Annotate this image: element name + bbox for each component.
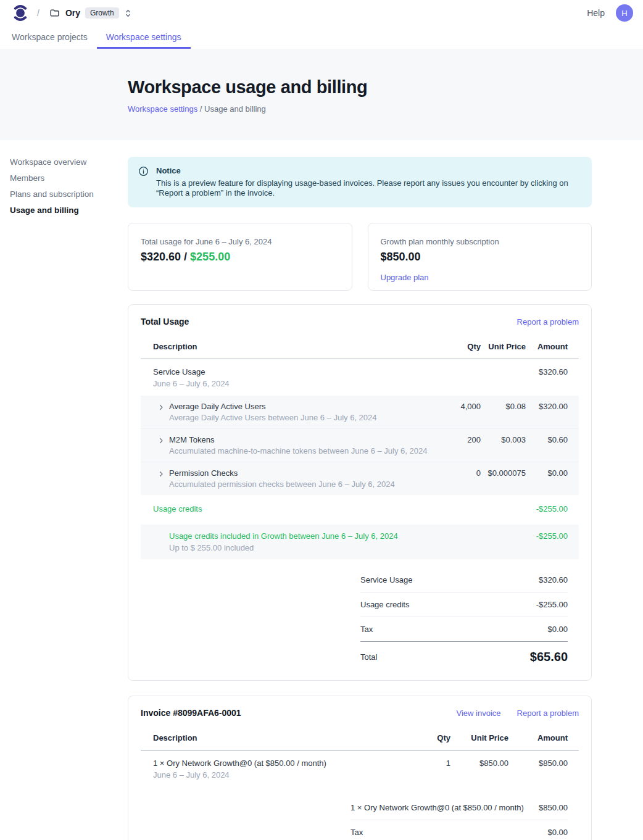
total-usage-card: Total usage for June 6 – July 6, 2024 $3…: [128, 223, 352, 291]
total-value: $65.60: [530, 650, 568, 664]
usage-table-header: Description Qty Unit Price Amount: [141, 337, 579, 359]
line-item-description: Average Daily Active Users between June …: [169, 413, 444, 422]
table-row-usage-credits: Usage credits -$255.00: [141, 495, 579, 522]
tab-workspace-projects[interactable]: Workspace projects: [2, 26, 97, 49]
view-invoice-link[interactable]: View invoice: [457, 709, 501, 718]
line-item-amount: $0.00: [526, 468, 568, 478]
chevron-right-icon[interactable]: [157, 436, 165, 445]
line-item-amount: $320.00: [526, 402, 568, 411]
upgrade-plan-link[interactable]: Upgrade plan: [381, 273, 429, 282]
usage-summary: Service Usage $320.60 Usage credits -$25…: [360, 568, 568, 664]
summary-value: $320.60: [539, 575, 568, 584]
sidebar-item-members[interactable]: Members: [10, 173, 128, 183]
table-row-invoice-line: 1 × Ory Network Growth@0 (at $850.00 / m…: [141, 751, 579, 787]
invoice-line-amount: $850.00: [508, 759, 568, 768]
sidebar-item-workspace-overview[interactable]: Workspace overview: [10, 157, 128, 167]
summary-label: Tax: [360, 625, 373, 634]
info-circle-icon: [138, 166, 149, 198]
line-item-name: M2M Tokens: [169, 435, 444, 444]
summary-label: Service Usage: [360, 575, 413, 584]
stat-cards: Total usage for June 6 – July 6, 2024 $3…: [128, 223, 592, 291]
credits-detail-description: Up to $ 255.00 included: [169, 543, 444, 552]
plan-badge: Growth: [85, 7, 119, 19]
invoice-line-qty: 1: [420, 759, 450, 768]
line-item-qty: 4,000: [444, 402, 481, 411]
total-usage-value: $320.60 / $255.00: [141, 251, 339, 264]
table-row-service-usage: Service Usage June 6 – July 6, 2024 $320…: [141, 359, 579, 396]
summary-row-usage-credits: Usage credits -$255.00: [360, 593, 568, 617]
table-row-m2m-tokens: M2M Tokens Accumulated machine-to-machin…: [141, 428, 579, 462]
summary-row-tax: Tax $0.00: [360, 617, 568, 642]
report-problem-link[interactable]: Report a problem: [517, 317, 579, 326]
report-problem-link[interactable]: Report a problem: [517, 709, 579, 718]
notice-title: Notice: [156, 166, 571, 175]
col-description: Description: [153, 342, 444, 351]
summary-row-service-usage: Service Usage $320.60: [360, 568, 568, 593]
line-item-description: Accumulated machine-to-machine tokens be…: [169, 446, 444, 455]
chevron-right-icon[interactable]: [157, 403, 165, 412]
line-item-description: Accumulated permission checks between Ju…: [169, 480, 444, 489]
col-qty: Qty: [444, 342, 481, 351]
breadcrumb: Workspace settings / Usage and billing: [128, 104, 643, 114]
help-link[interactable]: Help: [587, 8, 605, 18]
usage-table: Description Qty Unit Price Amount Servic…: [141, 337, 579, 559]
summary-value: -$255.00: [536, 600, 568, 609]
line-item-qty: 0: [444, 468, 481, 478]
table-row-average-daily-active-users: Average Daily Active Users Average Daily…: [141, 396, 579, 428]
invoice-table: Description Qty Unit Price Amount 1 × Or…: [141, 728, 579, 787]
col-amount: Amount: [508, 733, 568, 742]
top-bar: / Ory Growth Help H: [0, 0, 643, 26]
service-usage-period: June 6 – July 6, 2024: [153, 379, 444, 388]
sidebar-item-plans-and-subscription[interactable]: Plans and subscription: [10, 189, 128, 199]
line-item-qty: 200: [444, 435, 481, 444]
breadcrumb-separator: /: [200, 104, 202, 114]
invoice-panel: Invoice #8099AFA6-0001 View invoice Repo…: [128, 696, 592, 840]
settings-sidebar: Workspace overview Members Plans and sub…: [0, 140, 128, 222]
ory-logo-icon[interactable]: [12, 4, 28, 22]
notice-banner: Notice This is a preview feature for dis…: [128, 157, 592, 207]
chevron-right-icon[interactable]: [157, 470, 165, 478]
line-item-name: Average Daily Active Users: [169, 402, 444, 411]
invoice-line-unit-price: $850.00: [450, 759, 508, 768]
total-label: Total: [360, 652, 377, 662]
invoice-title: Invoice #8099AFA6-0001: [141, 708, 241, 718]
invoice-line-name: 1 × Ory Network Growth@0 (at $850.00 / m…: [153, 759, 420, 768]
service-usage-amount: $320.60: [526, 367, 568, 376]
usage-credit-amount: $255.00: [190, 251, 230, 263]
invoice-table-header: Description Qty Unit Price Amount: [141, 728, 579, 751]
credits-detail-amount: -$255.00: [526, 531, 568, 541]
notice-body: This is a preview feature for displaying…: [156, 178, 571, 198]
subscription-label: Growth plan monthly subscription: [381, 237, 579, 246]
breadcrumb-current: Usage and billing: [204, 104, 266, 114]
summary-label: 1 × Ory Network Growth@0 (at $850.00 / m…: [351, 803, 524, 812]
summary-value: $850.00: [539, 803, 568, 812]
summary-value: $0.00: [547, 828, 568, 837]
path-separator: /: [37, 8, 39, 18]
tab-workspace-settings[interactable]: Workspace settings: [97, 26, 191, 49]
workspace-selector[interactable]: Ory Growth: [49, 7, 132, 19]
summary-label: Usage credits: [360, 600, 409, 609]
breadcrumb-link[interactable]: Workspace settings: [128, 104, 197, 114]
subscription-card: Growth plan monthly subscription $850.00…: [368, 223, 592, 291]
col-unit-price: Unit Price: [481, 342, 526, 351]
credits-detail-name: Usage credits included in Growth between…: [169, 531, 444, 541]
usage-panel-title: Total Usage: [141, 317, 189, 326]
col-unit-price: Unit Price: [450, 733, 508, 742]
page-title: Workspace usage and billing: [128, 77, 643, 98]
line-item-unit-price: $0.003: [481, 435, 526, 444]
usage-separator: /: [181, 251, 190, 263]
summary-label: Tax: [351, 828, 363, 837]
usage-credits-amount: -$255.00: [526, 504, 568, 514]
col-amount: Amount: [526, 342, 568, 351]
avatar[interactable]: H: [616, 4, 633, 22]
total-usage-panel: Total Usage Report a problem Description…: [128, 304, 592, 681]
page-header: Workspace usage and billing Workspace se…: [0, 49, 643, 140]
folder-icon: [49, 7, 60, 19]
col-description: Description: [153, 733, 420, 742]
sidebar-item-usage-and-billing[interactable]: Usage and billing: [10, 206, 128, 215]
workspace-name: Ory: [65, 8, 80, 18]
line-item-unit-price: $0.000075: [481, 468, 526, 478]
invoice-line-period: June 6 – July 6, 2024: [153, 770, 420, 780]
tab-bar: Workspace projects Workspace settings: [0, 26, 643, 49]
table-row-permission-checks: Permission Checks Accumulated permission…: [141, 462, 579, 495]
